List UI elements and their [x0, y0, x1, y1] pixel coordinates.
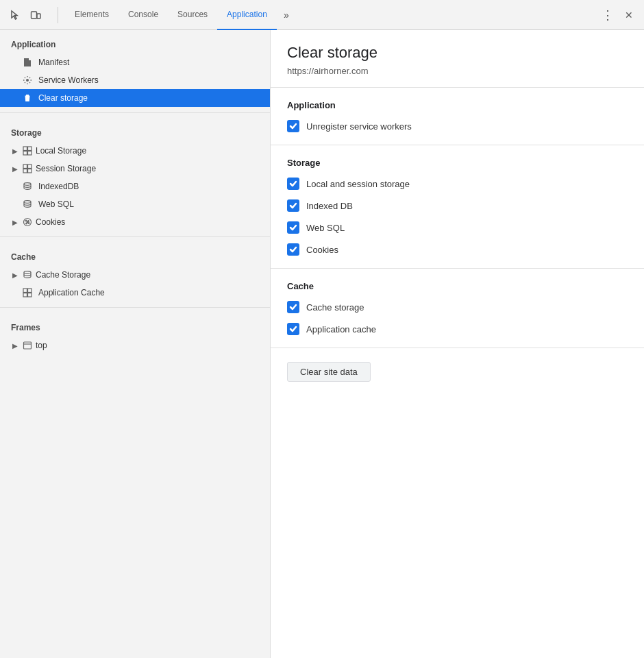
checkbox-unregister-sw[interactable]: [287, 120, 299, 132]
content-section-application: Application Unregister service workers: [271, 88, 644, 145]
close-devtools-button[interactable]: ✕: [619, 5, 639, 25]
sidebar-item-manifest-label: Manifest: [38, 58, 69, 67]
sidebar-item-session-storage[interactable]: ▶ Session Storage: [0, 160, 270, 178]
sidebar-section-application: Application: [0, 30, 270, 53]
sidebar-item-indexeddb[interactable]: IndexedDB: [0, 178, 270, 195]
svg-point-18: [27, 221, 28, 223]
sidebar-item-cookies[interactable]: ▶ Cookies: [0, 213, 270, 231]
checkbox-label-indexed-db: Indexed DB: [306, 201, 353, 211]
db-icon-websql: [22, 199, 33, 210]
arrow-icon-cache: ▶: [11, 271, 19, 279]
sidebar-item-cache-storage-label: Cache Storage: [36, 270, 90, 280]
checkbox-label-unregister-sw: Unregister service workers: [306, 121, 412, 132]
sidebar-item-service-workers[interactable]: Service Workers: [0, 71, 270, 89]
svg-rect-9: [23, 169, 27, 173]
grid-icon-session: [22, 163, 33, 174]
checkbox-row-web-sql: Web SQL: [287, 221, 628, 234]
doc-icon: [22, 57, 33, 68]
db-icon-cache: [22, 269, 33, 280]
checkbox-label-app-cache: Application cache: [306, 324, 376, 334]
arrow-icon-cookies: ▶: [11, 219, 19, 226]
sidebar-item-indexeddb-label: IndexedDB: [38, 182, 79, 191]
svg-rect-24: [24, 342, 32, 349]
svg-rect-5: [23, 151, 27, 156]
checkbox-label-web-sql: Web SQL: [306, 223, 345, 233]
cursor-tool-button[interactable]: [5, 5, 25, 25]
arrow-icon-top: ▶: [11, 342, 19, 350]
content-title: Clear storage: [287, 44, 628, 62]
tab-application[interactable]: Application: [217, 0, 277, 30]
sidebar-item-application-cache[interactable]: Application Cache: [0, 284, 270, 302]
content-header: Clear storage https://airhorner.com: [271, 30, 644, 88]
checkbox-local-session[interactable]: [287, 178, 299, 190]
toolbar-tabs: Elements Console Sources Application »: [65, 0, 595, 30]
svg-rect-10: [28, 169, 32, 173]
window-icon: [22, 340, 33, 351]
sidebar-item-cache-storage[interactable]: ▶ Cache Storage: [0, 266, 270, 284]
svg-rect-7: [23, 164, 27, 169]
svg-point-16: [26, 223, 27, 224]
sidebar-item-manifest[interactable]: Manifest: [0, 53, 270, 71]
sidebar-divider-2: [0, 236, 270, 237]
more-options-button[interactable]: ⋮: [597, 5, 617, 25]
content-section-application-title: Application: [287, 100, 628, 110]
sidebar-item-clear-storage-label: Clear storage: [38, 93, 88, 103]
sidebar: Application Manifest Service Workers: [0, 30, 271, 658]
content-section-cache: Cache Cache storage Application cache: [271, 269, 644, 348]
sidebar-divider-1: [0, 112, 270, 113]
sidebar-item-service-workers-label: Service Workers: [38, 75, 99, 85]
checkbox-label-local-session: Local and session storage: [306, 179, 410, 189]
sidebar-item-web-sql-label: Web SQL: [38, 199, 74, 209]
svg-rect-23: [28, 293, 32, 297]
sidebar-item-local-storage[interactable]: ▶ Local Storage: [0, 142, 270, 160]
more-options-icon: ⋮: [602, 8, 613, 23]
sidebar-item-application-cache-label: Application Cache: [38, 288, 105, 297]
toolbar: Elements Console Sources Application » ⋮…: [0, 0, 644, 30]
content-section-cache-title: Cache: [287, 281, 628, 291]
sidebar-item-top-label: top: [36, 341, 47, 350]
svg-rect-0: [32, 12, 37, 19]
arrow-icon: ▶: [11, 147, 19, 155]
sidebar-item-cookies-label: Cookies: [36, 217, 65, 227]
checkbox-label-cookies: Cookies: [306, 245, 338, 255]
checkbox-cache-storage[interactable]: [287, 301, 299, 313]
checkbox-app-cache[interactable]: [287, 323, 299, 335]
content-section-storage-title: Storage: [287, 158, 628, 168]
svg-point-17: [28, 223, 29, 224]
content-url: https://airhorner.com: [287, 66, 628, 76]
clear-site-data-button[interactable]: Clear site data: [287, 362, 371, 382]
svg-rect-3: [23, 147, 27, 151]
checkbox-web-sql[interactable]: [287, 221, 299, 234]
checkbox-label-cache-storage: Cache storage: [306, 302, 364, 313]
device-toggle-button[interactable]: [26, 5, 45, 25]
db-icon-indexed: [22, 181, 33, 192]
svg-point-11: [24, 183, 31, 186]
svg-point-14: [25, 220, 27, 221]
gear-icon: [22, 75, 33, 86]
main-layout: Application Manifest Service Workers: [0, 30, 644, 658]
sidebar-section-storage: Storage: [0, 119, 270, 142]
svg-rect-20: [23, 289, 27, 293]
svg-rect-4: [28, 147, 32, 151]
cookie-icon: [22, 217, 33, 228]
tab-console[interactable]: Console: [119, 0, 168, 30]
checkbox-row-indexed-db: Indexed DB: [287, 199, 628, 212]
svg-rect-1: [37, 14, 40, 19]
trash-icon: [22, 93, 33, 103]
arrow-icon-session: ▶: [11, 165, 19, 173]
svg-point-2: [26, 79, 29, 82]
sidebar-item-clear-storage[interactable]: Clear storage: [0, 89, 270, 107]
sidebar-item-web-sql[interactable]: Web SQL: [0, 195, 270, 213]
more-tabs-button[interactable]: »: [277, 5, 296, 25]
tab-sources[interactable]: Sources: [168, 0, 217, 30]
svg-rect-8: [28, 164, 32, 169]
sidebar-item-top[interactable]: ▶ top: [0, 337, 270, 354]
checkbox-row-app-cache: Application cache: [287, 323, 628, 335]
sidebar-section-cache: Cache: [0, 243, 270, 266]
tab-elements[interactable]: Elements: [65, 0, 119, 30]
close-icon: ✕: [625, 10, 633, 21]
sidebar-section-frames: Frames: [0, 313, 270, 337]
clear-btn-section: Clear site data: [271, 348, 644, 395]
checkbox-cookies[interactable]: [287, 243, 299, 256]
checkbox-indexed-db[interactable]: [287, 199, 299, 212]
